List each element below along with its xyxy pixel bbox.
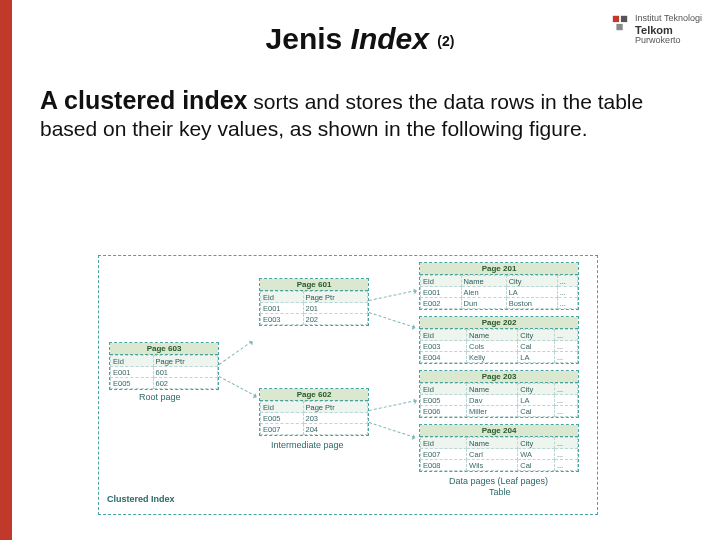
brand-logo: Institut Teknologi Telkom Purwokerto [611, 14, 702, 46]
arrow-icon [369, 400, 416, 411]
root-page-box: Page 603 EidPage Ptr E001601 E005602 [109, 342, 219, 390]
intermediate-label: Intermediate page [271, 440, 344, 450]
svg-rect-1 [620, 16, 626, 22]
arrow-icon [369, 312, 415, 328]
body-lead: A clustered index [40, 86, 247, 114]
data-page-203: Page 203 EidNameCity... E005DavLA... E00… [419, 370, 579, 418]
data-page-201: Page 201 EidNameCity... E001AlenLA... E0… [419, 262, 579, 310]
logo-line2: Purwokerto [635, 36, 702, 46]
inter-page-601: Page 601 EidPage Ptr E001201 E003202 [259, 278, 369, 326]
title-word1: Jenis [266, 22, 343, 55]
clustered-label: Clustered Index [107, 494, 175, 504]
body-paragraph: A clustered index sorts and stores the d… [40, 84, 680, 143]
data-page-204: Page 204 EidNameCity... E007CarlWA... E0… [419, 424, 579, 472]
title-suffix: (2) [437, 33, 454, 49]
svg-rect-0 [612, 16, 618, 22]
data-page-202: Page 202 EidNameCity... E003ColsCal... E… [419, 316, 579, 364]
inter-page-602: Page 602 EidPage Ptr E005203 E007204 [259, 388, 369, 436]
root-label: Root page [139, 392, 181, 402]
arrow-icon [369, 290, 416, 301]
root-page-title: Page 603 [110, 343, 218, 355]
arrow-icon [369, 422, 415, 438]
arrow-icon [219, 376, 257, 397]
accent-bar [0, 0, 12, 540]
table-label: Table [489, 487, 511, 497]
svg-rect-2 [616, 24, 622, 30]
title-word2: Index [351, 22, 429, 55]
clustered-index-diagram: Page 603 EidPage Ptr E001601 E005602 Roo… [98, 255, 598, 515]
logo-mark-icon [611, 14, 629, 32]
arrow-icon [219, 341, 252, 365]
data-pages-label: Data pages (Leaf pages) [449, 476, 548, 486]
root-page-table: EidPage Ptr E001601 E005602 [110, 355, 218, 389]
logo-line1: Institut Teknologi [635, 14, 702, 24]
